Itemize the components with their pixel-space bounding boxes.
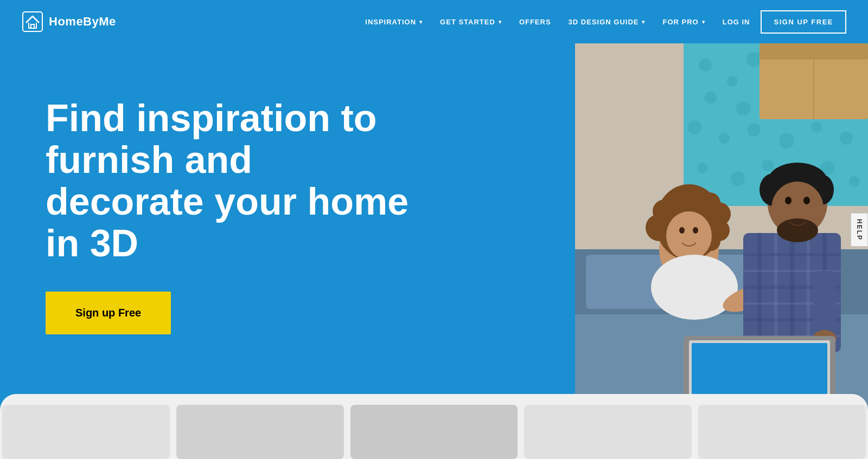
hero-image bbox=[575, 43, 868, 434]
nav-inspiration[interactable]: INSPIRATION ▾ bbox=[359, 14, 429, 30]
chevron-down-icon: ▾ bbox=[642, 19, 645, 25]
nav-for-pro[interactable]: FOR PRO ▾ bbox=[656, 14, 711, 30]
bottom-preview bbox=[0, 394, 868, 459]
nav-get-started[interactable]: GET STARTED ▾ bbox=[433, 14, 508, 30]
nav-offers[interactable]: OFFERS bbox=[513, 14, 558, 30]
svg-rect-71 bbox=[814, 271, 835, 336]
svg-point-19 bbox=[779, 133, 794, 148]
nav-3d-design-guide[interactable]: 3D DESIGN GUIDE ▾ bbox=[562, 14, 652, 30]
svg-point-3 bbox=[699, 59, 712, 72]
hero-cta-button[interactable]: Sign up Free bbox=[46, 292, 171, 334]
svg-point-20 bbox=[811, 122, 822, 133]
svg-point-24 bbox=[762, 159, 774, 171]
svg-point-16 bbox=[687, 120, 701, 134]
logo[interactable]: HomeByMe bbox=[22, 11, 116, 33]
logo-text: HomeByMe bbox=[49, 15, 116, 29]
preview-tile-3 bbox=[350, 405, 518, 459]
preview-tile-1 bbox=[2, 405, 170, 459]
svg-point-46 bbox=[679, 227, 685, 234]
header: HomeByMe INSPIRATION ▾ GET STARTED ▾ OFF… bbox=[0, 0, 868, 43]
preview-tile-5 bbox=[698, 405, 866, 459]
hero-section: Find inspiration to furnish and decorate… bbox=[0, 43, 868, 459]
help-button[interactable]: HELP bbox=[851, 212, 868, 246]
svg-point-48 bbox=[651, 255, 738, 320]
hero-title: Find inspiration to furnish and decorate… bbox=[46, 98, 414, 264]
svg-point-45 bbox=[666, 211, 712, 260]
preview-tile-2 bbox=[176, 405, 344, 459]
svg-point-11 bbox=[736, 101, 750, 115]
svg-point-69 bbox=[785, 197, 792, 204]
svg-point-10 bbox=[705, 92, 717, 104]
chevron-down-icon: ▾ bbox=[419, 19, 423, 25]
hero-illustration bbox=[575, 43, 868, 434]
nav-log-in[interactable]: LOG IN bbox=[716, 14, 757, 30]
svg-point-27 bbox=[849, 176, 860, 187]
svg-point-21 bbox=[840, 132, 853, 145]
svg-point-5 bbox=[746, 52, 762, 67]
chevron-down-icon: ▾ bbox=[702, 19, 705, 25]
logo-icon bbox=[22, 11, 43, 33]
preview-tile-4 bbox=[524, 405, 692, 459]
svg-point-70 bbox=[803, 197, 810, 204]
svg-point-47 bbox=[693, 227, 698, 234]
main-nav: INSPIRATION ▾ GET STARTED ▾ OFFERS 3D DE… bbox=[359, 10, 846, 34]
svg-point-17 bbox=[719, 133, 730, 144]
hero-content: Find inspiration to furnish and decorate… bbox=[46, 76, 414, 334]
svg-point-4 bbox=[727, 76, 738, 87]
svg-point-23 bbox=[731, 172, 745, 186]
svg-point-18 bbox=[748, 124, 761, 137]
nav-signup-button[interactable]: SIGN UP FREE bbox=[761, 10, 846, 34]
svg-point-68 bbox=[777, 218, 818, 242]
chevron-down-icon: ▾ bbox=[499, 19, 502, 25]
svg-point-22 bbox=[697, 163, 708, 173]
